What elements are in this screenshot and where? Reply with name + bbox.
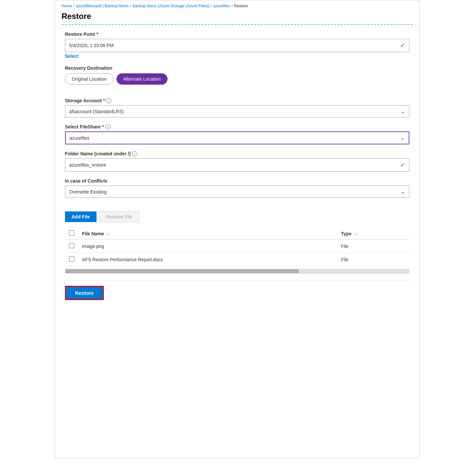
horizontal-scrollbar[interactable]	[65, 269, 409, 274]
storage-account-chevron-icon: ⌄	[401, 108, 405, 115]
original-location-btn[interactable]: Original Location	[65, 73, 114, 85]
select-all-checkbox[interactable]	[69, 230, 74, 236]
breadcrumb-backup-items[interactable]: Backup Items (Azure Storage (Azure Files…	[132, 4, 209, 8]
recovery-destination-label: Recovery Destination	[65, 65, 409, 71]
breadcrumb-current: Restore	[234, 4, 248, 8]
restore-point-group: Restore Point * 5/4/2020, 1:33:06 PM ✓ S…	[65, 32, 409, 59]
row2-type: File	[337, 253, 409, 266]
breadcrumb-home[interactable]: Home	[62, 4, 72, 8]
page-title: Restore	[62, 12, 413, 21]
alternate-location-btn[interactable]: Alternate Location	[116, 73, 168, 85]
restore-point-required: *	[97, 32, 98, 37]
conflicts-label: In case of Conflicts	[65, 178, 409, 184]
storage-account-label: Storage Account * i	[65, 98, 409, 103]
row2-filename: AFS Restore Performance Report.docx	[78, 253, 337, 266]
restore-point-input: 5/4/2020, 1:33:06 PM ✓	[65, 39, 409, 52]
form-section: Restore Point * 5/4/2020, 1:33:06 PM ✓ S…	[62, 32, 413, 274]
row1-filename: Image.png	[78, 240, 337, 253]
row1-type: File	[337, 240, 409, 253]
storage-account-dropdown[interactable]: afsaccount (StandardLRS) ⌄	[65, 105, 409, 118]
row2-checkbox-cell	[65, 253, 78, 266]
fileshare-label: Select FileShare * i	[65, 124, 409, 129]
table-header-type: Type ↑↓	[337, 228, 409, 240]
fileshare-chevron-icon: ⌄	[400, 135, 405, 141]
restore-button[interactable]: Restore	[65, 286, 104, 300]
storage-account-info-icon[interactable]: i	[106, 98, 111, 103]
conflicts-dropdown[interactable]: Overwrite Existing ⌄	[65, 186, 409, 198]
conflicts-chevron-icon: ⌄	[401, 189, 405, 195]
section-divider	[62, 24, 413, 25]
filename-sort-icon[interactable]: ↑↓	[107, 232, 110, 236]
restore-point-value: 5/4/2020, 1:33:06 PM	[69, 43, 114, 48]
conflicts-value: Overwrite Existing	[69, 189, 107, 195]
scrollbar-thumb	[65, 269, 299, 273]
file-action-buttons: Add File Remove File	[65, 211, 409, 222]
breadcrumb: Home / azurefilesvault | Backup Items / …	[62, 4, 413, 8]
folder-name-value: azurefiles_restore	[69, 162, 106, 168]
file-table: File Name ↑↓ Type ↑↓ Image.png File	[65, 228, 409, 266]
table-row: Image.png File	[65, 240, 409, 253]
folder-name-input[interactable]: azurefiles_restore ✓	[65, 158, 409, 172]
restore-point-check: ✓	[400, 42, 405, 49]
select-link[interactable]: Select	[65, 53, 79, 59]
bottom-section: Restore	[62, 280, 413, 305]
fileshare-value: azurefiles	[70, 135, 90, 141]
breadcrumb-azurefiles[interactable]: azurefiles	[213, 4, 230, 8]
page-wrapper: Home / azurefilesvault | Backup Items / …	[55, 0, 420, 458]
row1-checkbox[interactable]	[69, 243, 74, 248]
row2-checkbox[interactable]	[69, 256, 74, 262]
breadcrumb-vault[interactable]: azurefilesvault | Backup Items	[76, 4, 129, 8]
fileshare-dropdown[interactable]: azurefiles ⌄	[65, 131, 409, 144]
fileshare-group: Select FileShare * i azurefiles ⌄	[65, 124, 409, 144]
remove-file-button: Remove File	[99, 211, 139, 222]
add-file-button[interactable]: Add File	[65, 211, 97, 222]
folder-name-group: Folder Name (created under /) i azurefil…	[65, 151, 409, 172]
folder-name-info-icon[interactable]: i	[132, 151, 137, 156]
fileshare-info-icon[interactable]: i	[105, 124, 110, 129]
recovery-destination-group: Recovery Destination Original Location A…	[65, 65, 409, 85]
table-header-checkbox-cell	[65, 228, 78, 240]
recovery-destination-options: Original Location Alternate Location	[65, 73, 409, 85]
conflicts-group: In case of Conflicts Overwrite Existing …	[65, 178, 409, 198]
restore-point-label: Restore Point *	[65, 32, 409, 37]
row1-checkbox-cell	[65, 240, 78, 253]
table-header-filename: File Name ↑↓	[78, 228, 337, 240]
storage-account-value: afsaccount (StandardLRS)	[69, 109, 124, 114]
storage-account-group: Storage Account * i afsaccount (Standard…	[65, 98, 409, 118]
folder-name-label: Folder Name (created under /) i	[65, 151, 409, 156]
table-row: AFS Restore Performance Report.docx File	[65, 253, 409, 266]
folder-name-check: ✓	[400, 161, 405, 169]
type-sort-icon[interactable]: ↑↓	[354, 232, 358, 236]
